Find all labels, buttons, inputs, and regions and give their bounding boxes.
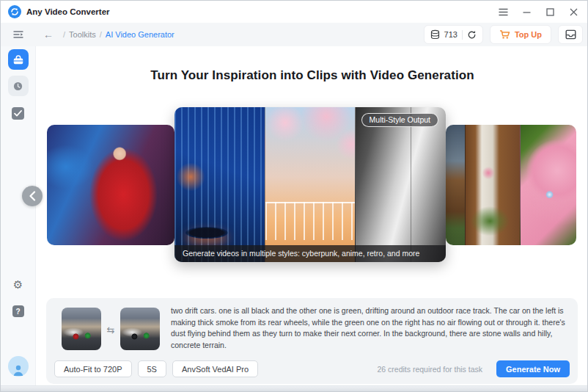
task-panel: ⇆ two drift cars. one is all black and t… — [46, 298, 578, 384]
nature-panel-window-flowers — [465, 125, 520, 245]
carousel-prev-button[interactable] — [22, 186, 43, 206]
credits-count: 713 — [444, 30, 457, 39]
breadcrumb-separator: / — [100, 30, 102, 39]
generate-now-button[interactable]: Generate Now — [496, 360, 570, 377]
sidebar-item-toolkit[interactable] — [8, 49, 29, 70]
clock-icon — [12, 81, 23, 92]
close-button[interactable] — [569, 7, 578, 17]
input-thumbnail-end[interactable] — [120, 308, 160, 350]
chevron-left-icon — [29, 191, 36, 201]
maximize-button[interactable] — [545, 7, 555, 17]
swap-icon: ⇆ — [103, 324, 118, 335]
user-icon — [11, 363, 26, 377]
style-panel-retro — [355, 107, 446, 262]
help-icon: ? — [15, 308, 20, 316]
credits-required-note: 26 credits required for this task — [377, 365, 482, 374]
nature-card — [446, 125, 576, 245]
back-button[interactable]: ← — [43, 29, 54, 40]
sidebar: ⚙ ? — [1, 46, 36, 385]
multi-style-badge: Multi-Style Output — [361, 113, 438, 127]
breadcrumb-toolkits[interactable]: Toolkits — [69, 30, 96, 39]
multi-style-card: Multi-Style Output Generate videos in mu… — [174, 107, 446, 262]
prompt-text: two drift cars. one is all black and the… — [171, 305, 570, 351]
sidebar-item-tasks[interactable] — [12, 107, 24, 120]
nature-panel-cabin — [446, 125, 465, 245]
option-duration[interactable]: 5S — [138, 360, 166, 377]
style-carousel: Multi-Style Output Generate videos in mu… — [47, 107, 576, 263]
style-panel-cyberpunk — [174, 107, 265, 262]
sidebar-item-settings[interactable]: ⚙ — [13, 279, 23, 290]
window-menu-button[interactable] — [499, 7, 508, 17]
carousel-caption: Generate videos in multiple styles: cybe… — [174, 245, 446, 262]
gear-icon: ⚙ — [13, 278, 23, 291]
option-model[interactable]: AnvSoft VedAI Pro — [172, 360, 258, 377]
collapse-menu-icon — [13, 30, 23, 39]
sidebar-collapse-button[interactable] — [1, 30, 36, 39]
coins-icon — [430, 29, 440, 40]
window-bottom-edge — [1, 385, 588, 392]
app-logo-icon — [8, 5, 21, 18]
option-resolution[interactable]: Auto-Fit to 720P — [54, 360, 132, 377]
app-window: Any Video Converter ← / Toolkits — [0, 0, 588, 392]
main-content: Turn Your Inspiration into Clips with Vi… — [36, 46, 588, 385]
sidebar-item-help[interactable]: ? — [12, 305, 24, 317]
top-up-label: Top Up — [515, 30, 542, 39]
nature-panel-pink-flower — [520, 125, 576, 245]
title-bar: Any Video Converter — [1, 1, 588, 23]
app-title: Any Video Converter — [26, 7, 110, 16]
page-title: Turn Your Inspiration into Clips with Vi… — [36, 68, 588, 83]
breadcrumb-current-page: AI Video Generator — [106, 30, 174, 39]
check-icon — [14, 110, 22, 117]
inbox-icon — [565, 29, 576, 40]
cart-icon — [499, 29, 510, 40]
user-avatar[interactable] — [8, 356, 29, 377]
top-up-button[interactable]: Top Up — [490, 25, 551, 44]
minimize-button[interactable] — [522, 7, 532, 17]
toolbar: ← / Toolkits / AI Video Generator 713 — [1, 23, 588, 46]
divider — [462, 30, 463, 40]
inbox-button[interactable] — [558, 25, 583, 44]
input-thumbnail-start[interactable] — [62, 308, 101, 350]
options-row: Auto-Fit to 720P 5S AnvSoft VedAI Pro 26… — [54, 360, 570, 377]
breadcrumb-separator: / — [63, 30, 65, 39]
toolbox-icon — [12, 54, 24, 65]
refresh-icon — [467, 30, 477, 40]
carousel-image-singer — [47, 125, 174, 245]
sidebar-item-history[interactable] — [8, 76, 29, 96]
style-panel-anime — [265, 107, 356, 262]
credits-pill: 713 — [424, 25, 483, 44]
refresh-credits-button[interactable] — [467, 30, 477, 40]
